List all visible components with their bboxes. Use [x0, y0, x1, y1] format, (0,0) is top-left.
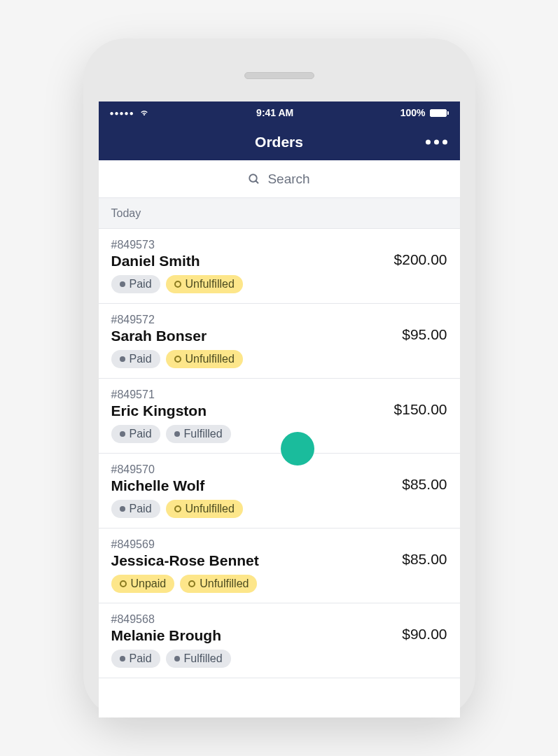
- order-badges: PaidUnfulfilled: [111, 275, 394, 293]
- order-item[interactable]: #849570Michelle WolfPaidUnfulfilled$85.0…: [99, 454, 460, 528]
- nav-bar: Orders: [99, 124, 460, 160]
- order-item[interactable]: #849571Eric KingstonPaidFulfilled$150.00: [99, 379, 460, 454]
- order-left: #849572Sarah BonserPaidUnfulfilled: [111, 314, 403, 368]
- section-header: Today: [99, 198, 460, 229]
- svg-point-0: [250, 174, 258, 182]
- ring-icon: [188, 580, 195, 587]
- order-item[interactable]: #849569Jessica-Rose BennetUnpaidUnfulfil…: [99, 528, 460, 603]
- order-customer-name: Eric Kingston: [111, 402, 394, 419]
- dot-icon: [120, 281, 125, 287]
- status-time: 9:41 AM: [256, 107, 293, 118]
- svg-line-1: [256, 181, 259, 183]
- order-amount: $90.00: [402, 613, 447, 643]
- order-left: #849571Eric KingstonPaidFulfilled: [111, 388, 394, 443]
- wifi-icon: [139, 107, 150, 118]
- dot-icon: [174, 656, 180, 662]
- dot-icon: [120, 356, 125, 362]
- status-left: ●●●●●: [110, 107, 150, 118]
- order-badges: UnpaidUnfulfilled: [111, 575, 403, 593]
- order-number: #849573: [111, 239, 394, 251]
- order-amount: $85.00: [402, 463, 447, 493]
- dot-icon: [174, 431, 180, 437]
- status-badge: Paid: [111, 425, 160, 443]
- signal-icon: ●●●●●: [110, 109, 134, 117]
- order-number: #849572: [111, 314, 403, 326]
- order-badges: PaidUnfulfilled: [111, 350, 403, 368]
- phone-screen: ●●●●● 9:41 AM 100% Orders: [99, 102, 460, 718]
- order-amount: $85.00: [402, 538, 447, 568]
- order-customer-name: Melanie Brough: [111, 627, 403, 644]
- order-customer-name: Michelle Wolf: [111, 477, 403, 494]
- ring-icon: [120, 580, 127, 587]
- order-left: #849568Melanie BroughPaidFulfilled: [111, 613, 403, 668]
- status-badge: Paid: [111, 275, 160, 293]
- battery-icon: [428, 109, 449, 117]
- status-bar: ●●●●● 9:41 AM 100%: [99, 102, 460, 124]
- order-left: #849569Jessica-Rose BennetUnpaidUnfulfil…: [111, 538, 403, 593]
- status-badge: Unpaid: [111, 575, 175, 593]
- ring-icon: [174, 505, 181, 512]
- status-badge: Paid: [111, 350, 160, 368]
- status-badge: Unfulfilled: [166, 350, 243, 368]
- dot-icon: [120, 431, 125, 437]
- order-item[interactable]: #849568Melanie BroughPaidFulfilled$90.00: [99, 603, 460, 678]
- status-badge: Fulfilled: [166, 650, 231, 668]
- battery-percent: 100%: [400, 107, 426, 118]
- status-badge: Paid: [111, 500, 160, 518]
- order-badges: PaidFulfilled: [111, 425, 394, 443]
- phone-frame: ●●●●● 9:41 AM 100% Orders: [83, 38, 475, 718]
- status-badge: Unfulfilled: [180, 575, 257, 593]
- order-amount: $150.00: [394, 388, 447, 418]
- order-customer-name: Jessica-Rose Bennet: [111, 552, 403, 569]
- order-number: #849571: [111, 388, 394, 401]
- order-amount: $200.00: [394, 239, 447, 268]
- page-title: Orders: [255, 134, 303, 150]
- ring-icon: [174, 356, 181, 363]
- status-badge: Unfulfilled: [166, 500, 243, 518]
- order-customer-name: Sarah Bonser: [111, 328, 403, 344]
- order-customer-name: Daniel Smith: [111, 253, 394, 270]
- more-button[interactable]: [426, 140, 447, 145]
- status-right: 100%: [400, 107, 449, 118]
- dot-icon: [120, 506, 125, 512]
- order-badges: PaidFulfilled: [111, 650, 403, 668]
- status-badge: Paid: [111, 650, 160, 668]
- status-badge: Fulfilled: [166, 425, 231, 443]
- order-left: #849573Daniel SmithPaidUnfulfilled: [111, 239, 394, 293]
- order-item[interactable]: #849573Daniel SmithPaidUnfulfilled$200.0…: [99, 229, 460, 304]
- search-input[interactable]: Search: [99, 160, 460, 198]
- order-list: #849573Daniel SmithPaidUnfulfilled$200.0…: [99, 229, 460, 678]
- phone-speaker: [244, 72, 314, 79]
- search-placeholder: Search: [267, 172, 309, 187]
- order-number: #849570: [111, 463, 403, 476]
- order-left: #849570Michelle WolfPaidUnfulfilled: [111, 463, 403, 518]
- order-item[interactable]: #849572Sarah BonserPaidUnfulfilled$95.00: [99, 304, 460, 379]
- order-badges: PaidUnfulfilled: [111, 500, 403, 518]
- order-amount: $95.00: [402, 314, 447, 343]
- order-number: #849569: [111, 538, 403, 551]
- dot-icon: [120, 656, 125, 662]
- status-badge: Unfulfilled: [166, 275, 243, 293]
- ring-icon: [174, 281, 181, 288]
- order-number: #849568: [111, 613, 403, 626]
- search-icon: [248, 173, 260, 186]
